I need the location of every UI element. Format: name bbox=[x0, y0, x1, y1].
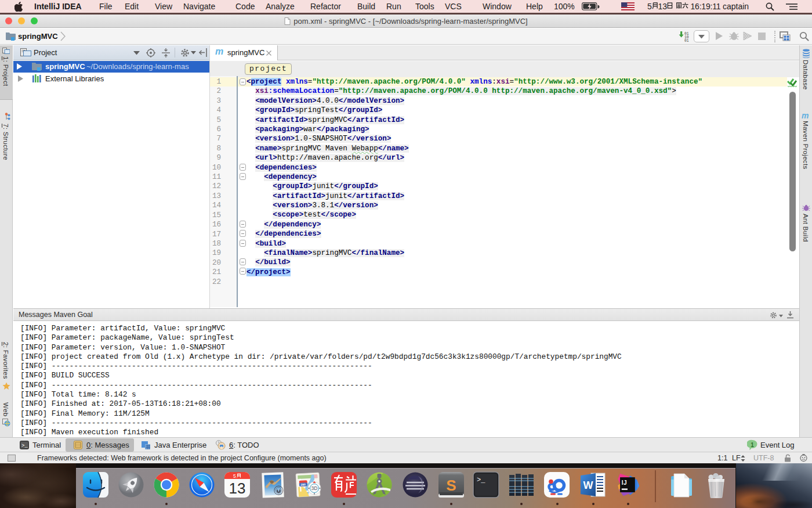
svg-text:IJ: IJ bbox=[622, 480, 627, 486]
svg-text:5: 5 bbox=[233, 473, 236, 479]
svg-text:13: 13 bbox=[229, 480, 246, 497]
svg-text:3D: 3D bbox=[311, 485, 318, 491]
svg-text:1: 1 bbox=[751, 442, 754, 448]
svg-text:>_: >_ bbox=[477, 476, 485, 484]
svg-text:S: S bbox=[446, 477, 456, 494]
svg-text:>_: >_ bbox=[21, 443, 28, 449]
svg-text:W: W bbox=[583, 480, 593, 491]
svg-text:280: 280 bbox=[300, 482, 306, 486]
svg-text:01: 01 bbox=[684, 39, 689, 42]
